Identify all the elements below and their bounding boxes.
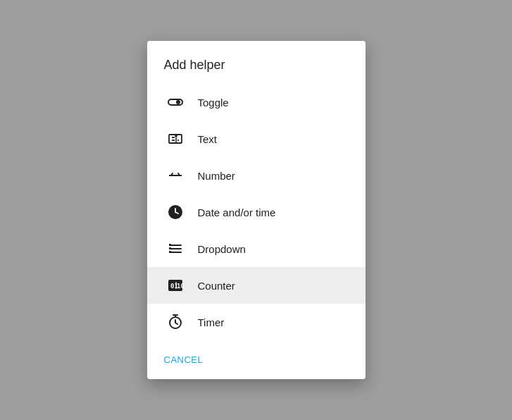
text-icon (164, 130, 187, 147)
number-label: Number (198, 170, 235, 182)
dropdown-label: Dropdown (198, 243, 246, 255)
svg-text:10: 10 (177, 283, 184, 290)
menu-item-text[interactable]: Text (147, 121, 366, 157)
dialog-title: Add helper (147, 58, 366, 84)
menu-item-timer[interactable]: Timer (147, 304, 366, 340)
date-time-label: Date and/or time (198, 206, 276, 218)
svg-rect-17 (169, 244, 171, 246)
number-icon (164, 167, 187, 184)
menu-item-number[interactable]: Number (147, 157, 366, 194)
counter-icon: 01 10 (164, 277, 187, 294)
toggle-icon (164, 94, 187, 111)
menu-item-dropdown[interactable]: Dropdown (147, 230, 366, 267)
svg-line-26 (175, 323, 177, 324)
toggle-label: Toggle (198, 97, 229, 109)
counter-label: Counter (198, 280, 235, 292)
date-time-icon (164, 204, 187, 221)
dialog-actions: CANCEL (147, 340, 366, 373)
menu-item-date-time[interactable]: Date and/or time (147, 194, 366, 230)
add-helper-dialog: Add helper Toggle Text (147, 41, 366, 379)
cancel-button[interactable]: CANCEL (164, 352, 204, 368)
menu-item-toggle[interactable]: Toggle (147, 84, 366, 121)
svg-rect-19 (169, 251, 171, 253)
text-label: Text (198, 133, 218, 145)
timer-icon (164, 314, 187, 331)
menu-item-counter[interactable]: 01 10 Counter (147, 267, 366, 304)
dropdown-icon (164, 240, 187, 257)
svg-point-1 (176, 100, 180, 104)
svg-rect-18 (169, 247, 171, 249)
timer-label: Timer (198, 316, 225, 328)
